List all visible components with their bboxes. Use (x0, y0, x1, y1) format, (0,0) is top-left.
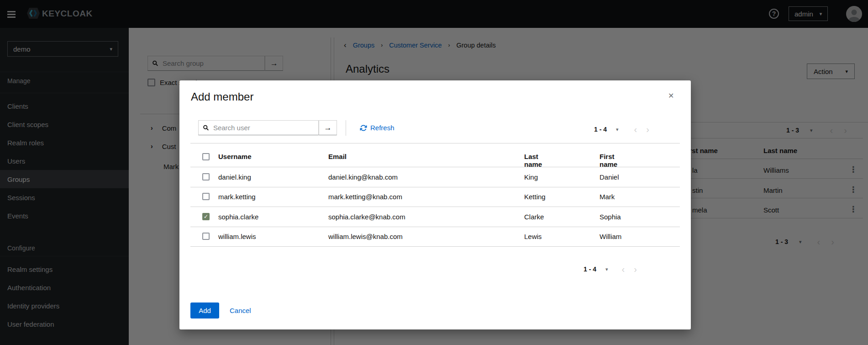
search-submit-button[interactable]: → (319, 120, 337, 135)
cell-email: sophia.clarke@knab.com (328, 213, 405, 221)
cell-last-name: Ketting (524, 193, 546, 201)
cell-username: sophia.clarke (218, 213, 258, 221)
cell-last-name: Clarke (524, 213, 544, 221)
modal-title: Add member (191, 90, 253, 103)
cell-email: daniel.king@knab.com (328, 173, 398, 181)
row-checkbox[interactable] (202, 173, 210, 180)
add-member-modal: Add member ✕ → Refresh 1 - 4 ▾ ‹ › (179, 80, 691, 329)
add-button[interactable]: Add (190, 303, 219, 318)
row-checkbox[interactable] (202, 193, 210, 200)
cell-first-name: William (600, 233, 621, 240)
pagination-range: 1 - 4 (584, 265, 596, 273)
user-search-box (198, 120, 319, 135)
divider (346, 120, 346, 136)
column-header-email: Email (328, 153, 347, 160)
cell-username: mark.ketting (218, 193, 256, 201)
modal-pagination-top: 1 - 4 ▾ ‹ › (594, 125, 649, 134)
cell-first-name: Sophia (600, 213, 621, 221)
cell-first-name: Daniel (600, 173, 619, 181)
divider (190, 246, 680, 247)
select-all-checkbox[interactable] (202, 153, 210, 160)
cell-username: daniel.king (218, 173, 251, 181)
pagination-range: 1 - 4 (594, 126, 607, 133)
divider (190, 167, 680, 167)
cell-email: mark.ketting@knab.com (328, 193, 402, 201)
divider (190, 227, 680, 227)
cell-first-name: Mark (600, 193, 615, 201)
row-checkbox[interactable] (202, 213, 210, 220)
keycloak-admin-console: KEYCLOAK ? admin ▾ demo ▾ Manage Clients… (0, 0, 868, 345)
divider (190, 187, 680, 187)
prev-page-icon[interactable]: ‹ (622, 265, 625, 274)
refresh-button[interactable]: Refresh (360, 124, 395, 132)
cell-last-name: Lewis (524, 233, 542, 240)
refresh-label: Refresh (370, 124, 395, 132)
refresh-icon (360, 124, 367, 132)
search-icon (203, 125, 209, 131)
modal-pagination-bottom: 1 - 4 ▾ ‹ › (584, 265, 637, 274)
next-page-icon[interactable]: › (646, 125, 649, 134)
chevron-down-icon[interactable]: ▾ (616, 127, 619, 133)
prev-page-icon[interactable]: ‹ (634, 125, 637, 134)
close-icon[interactable]: ✕ (668, 91, 674, 100)
cell-username: william.lewis (218, 233, 256, 240)
user-search-input[interactable] (212, 123, 314, 132)
chevron-down-icon[interactable]: ▾ (605, 266, 608, 272)
row-checkbox[interactable] (202, 233, 210, 240)
cell-email: william.lewis@knab.com (328, 233, 403, 240)
next-page-icon[interactable]: › (634, 265, 637, 274)
user-search-control: → (198, 120, 338, 135)
divider (190, 143, 680, 143)
column-header-username: Username (218, 153, 252, 160)
column-header-first-name: First name (600, 153, 617, 168)
cell-last-name: King (524, 173, 538, 181)
divider (190, 207, 680, 207)
cancel-button[interactable]: Cancel (230, 307, 251, 314)
column-header-last-name: Last name (524, 153, 542, 168)
